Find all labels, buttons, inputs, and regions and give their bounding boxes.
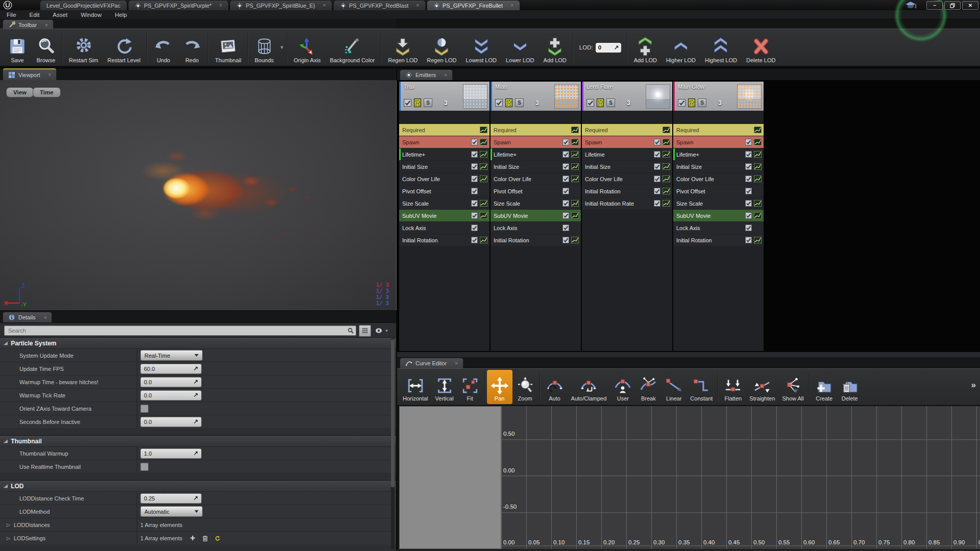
restore-button[interactable] xyxy=(944,1,961,10)
emitter-header[interactable]: Main Glow S 3 xyxy=(673,82,764,111)
module-curve-icon[interactable] xyxy=(480,151,487,158)
module-enabled-checkbox[interactable] xyxy=(471,200,478,207)
emitter-header[interactable]: Trail S 3 xyxy=(399,82,489,111)
viewport-time-button[interactable]: Time xyxy=(33,87,61,97)
emitter-module[interactable]: Spawn xyxy=(491,136,581,148)
module-curve-icon[interactable] xyxy=(571,237,579,243)
module-enabled-checkbox[interactable] xyxy=(654,163,660,170)
window-tab[interactable]: PS_GPVFXP_SpiritPurple*× xyxy=(128,0,229,10)
background-color-button[interactable]: Background Color xyxy=(325,29,379,66)
module-enabled-checkbox[interactable] xyxy=(471,237,478,243)
module-enabled-checkbox[interactable] xyxy=(745,139,752,145)
number-field[interactable]: 0.25 xyxy=(140,493,202,504)
module-enabled-checkbox[interactable] xyxy=(562,176,569,182)
pan-button[interactable]: Pan xyxy=(487,370,512,404)
property-row[interactable]: Seconds Before Inactive0.0 xyxy=(0,415,396,428)
number-field[interactable]: 0.0 xyxy=(140,377,202,387)
origin-axis-button[interactable]: Origin Axis xyxy=(289,29,326,66)
undo-button[interactable]: Undo xyxy=(149,29,178,66)
module-enabled-checkbox[interactable] xyxy=(562,212,569,219)
solo-button[interactable]: S xyxy=(424,98,432,107)
module-enabled-checkbox[interactable] xyxy=(745,188,752,194)
module-curve-icon[interactable] xyxy=(571,200,579,207)
module-enabled-checkbox[interactable] xyxy=(745,163,752,170)
curve-graph[interactable]: 0.500.00-0.500.000.050.100.150.200.250.3… xyxy=(501,406,980,549)
emitter-module[interactable]: Lock Axis xyxy=(491,222,581,234)
emitter-module[interactable]: Lifetime+ xyxy=(491,148,581,160)
reset-icon[interactable] xyxy=(215,536,220,541)
redo-button[interactable]: Redo xyxy=(178,29,206,66)
emitter-module[interactable]: Required xyxy=(399,124,489,136)
window-tab[interactable]: PS_GPVFXP_RedBlast× xyxy=(333,0,426,10)
property-row[interactable]: Use Realtime Thumbnail xyxy=(0,460,396,473)
restart-sim-button[interactable]: Restart Sim xyxy=(64,29,103,66)
auto-clamped-button[interactable]: Auto/Clamped xyxy=(568,370,610,404)
close-icon[interactable]: × xyxy=(44,315,47,320)
emitter-module[interactable]: Size Scale xyxy=(491,197,581,209)
module-enabled-checkbox[interactable] xyxy=(471,151,478,158)
tab-emitters[interactable]: Emitters × xyxy=(400,69,453,80)
delete-lod-button[interactable]: Delete LOD xyxy=(742,29,780,66)
module-curve-icon[interactable] xyxy=(754,176,762,182)
dropdown[interactable]: Automatic xyxy=(140,506,203,517)
module-enabled-checkbox[interactable] xyxy=(562,163,569,170)
zoom-button[interactable]: Zoom xyxy=(512,370,538,404)
module-enabled-checkbox[interactable] xyxy=(654,188,660,194)
emitter-header[interactable]: Mian S 3 xyxy=(491,82,581,111)
emitter-burst-icon[interactable] xyxy=(688,98,695,107)
module-enabled-checkbox[interactable] xyxy=(562,237,569,243)
module-curve-icon[interactable] xyxy=(571,212,579,219)
add-lod-button[interactable]: Add LOD xyxy=(629,29,662,66)
higher-lod-button[interactable]: Higher LOD xyxy=(662,29,700,66)
module-curve-icon[interactable] xyxy=(754,212,762,219)
emitter-module[interactable]: Initial Rotation xyxy=(491,234,581,246)
module-curve-icon[interactable] xyxy=(663,200,670,207)
module-curve-icon[interactable] xyxy=(480,212,487,219)
add-element-icon[interactable] xyxy=(190,535,195,541)
auto-button[interactable]: Auto xyxy=(542,370,568,404)
emitter-burst-icon[interactable] xyxy=(597,98,604,107)
module-enabled-checkbox[interactable] xyxy=(745,224,752,231)
create-button[interactable]: Create xyxy=(812,370,837,404)
tab-close-icon[interactable]: × xyxy=(323,3,326,8)
module-curve-icon[interactable] xyxy=(571,163,579,170)
emitter-module[interactable]: Required xyxy=(491,124,581,136)
module-curve-icon[interactable] xyxy=(571,176,579,182)
module-enabled-checkbox[interactable] xyxy=(471,188,478,194)
menu-item[interactable]: Window xyxy=(74,10,108,19)
tab-curve-editor[interactable]: Curve Editor × xyxy=(400,358,463,368)
menu-item[interactable]: Asset xyxy=(46,10,74,19)
bounds-button[interactable]: Bounds xyxy=(250,29,279,66)
menu-item[interactable]: Help xyxy=(108,10,134,19)
module-curve-icon[interactable] xyxy=(571,127,579,133)
section-header[interactable]: ◢LOD xyxy=(0,480,396,491)
module-enabled-checkbox[interactable] xyxy=(562,188,569,194)
emitter-module[interactable]: Initial Rotation xyxy=(673,234,764,246)
highest-lod-button[interactable]: Highest LOD xyxy=(700,29,742,66)
module-curve-icon[interactable] xyxy=(480,127,487,133)
close-icon[interactable]: × xyxy=(45,22,48,28)
browse-button[interactable]: Browse xyxy=(32,29,60,66)
constant-button[interactable]: Constant xyxy=(687,370,716,404)
number-field[interactable]: 1.0 xyxy=(140,448,202,459)
trash-icon[interactable] xyxy=(203,535,208,541)
module-curve-icon[interactable] xyxy=(480,139,487,145)
lowest-lod-button[interactable]: Lowest LOD xyxy=(461,29,501,66)
emitter-burst-icon[interactable] xyxy=(505,98,512,107)
emitter-module[interactable]: Pivot Offset xyxy=(399,185,489,197)
emitter-module[interactable]: Initial Rotation xyxy=(582,185,672,197)
regen-lod-button[interactable]: Regen LOD xyxy=(383,29,422,66)
emitter-column[interactable]: Mian S 3 Required Spawn Lifetime+ Initia… xyxy=(491,82,581,351)
thumbnail-button[interactable]: Thumbnail xyxy=(210,29,246,66)
expander-icon[interactable]: ▷ xyxy=(7,536,10,541)
module-curve-icon[interactable] xyxy=(480,163,487,170)
emitter-module[interactable]: Initial Size xyxy=(491,161,581,172)
emitter-module[interactable]: Initial Rotation xyxy=(399,234,489,246)
checkbox[interactable] xyxy=(140,405,149,413)
emitter-module[interactable]: Lock Axis xyxy=(399,222,489,234)
property-matrix-button[interactable] xyxy=(359,325,371,337)
module-enabled-checkbox[interactable] xyxy=(471,224,478,231)
property-row[interactable]: LODMethodAutomatic xyxy=(0,505,396,518)
solo-button[interactable]: S xyxy=(515,98,524,107)
module-curve-icon[interactable] xyxy=(663,127,670,133)
